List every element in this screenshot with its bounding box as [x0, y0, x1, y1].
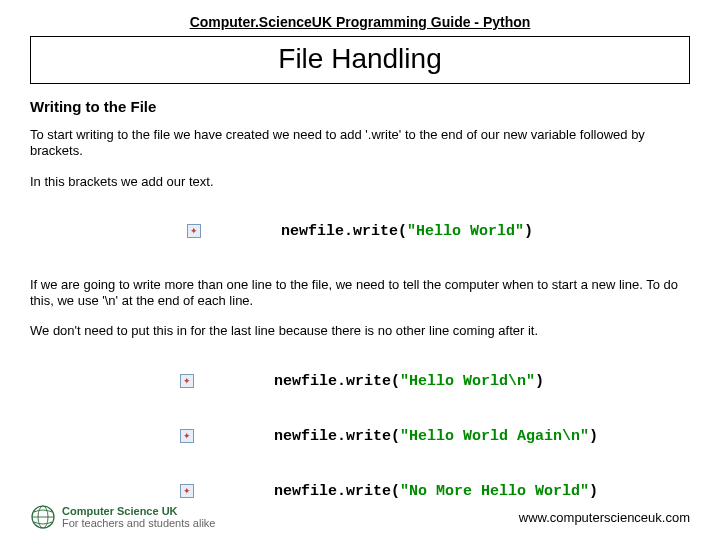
page-footer: Computer Science UK For teachers and stu…: [30, 504, 690, 530]
page-title: File Handling: [30, 36, 690, 84]
code-line: ✦ newfile.write("Hello World\n"): [180, 356, 544, 407]
code-punct: (: [391, 373, 400, 390]
code-string: "Hello World Again\n": [400, 428, 589, 445]
code-string: "Hello World\n": [400, 373, 535, 390]
paragraph-4: We don't need to put this in for the las…: [30, 323, 690, 339]
paragraph-1: To start writing to the file we have cre…: [30, 127, 690, 160]
code-ident: newfile: [281, 223, 344, 240]
code-method: write: [346, 428, 391, 445]
code-string: "No More Hello World": [400, 483, 589, 500]
code-ident: newfile: [274, 373, 337, 390]
code-punct: ): [535, 373, 544, 390]
code-punct: .: [337, 483, 346, 500]
footer-logo: Computer Science UK For teachers and stu…: [30, 504, 215, 530]
code-punct: ): [589, 428, 598, 445]
code-punct: .: [337, 428, 346, 445]
breakpoint-icon: ✦: [180, 484, 194, 498]
globe-icon: [30, 504, 56, 530]
code-punct: (: [391, 428, 400, 445]
paragraph-3: If we are going to write more than one l…: [30, 277, 690, 310]
code-method: write: [346, 483, 391, 500]
page-header: Computer.ScienceUK Programming Guide - P…: [30, 14, 690, 30]
footer-logo-subtitle: For teachers and students alike: [62, 517, 215, 529]
code-punct: (: [391, 483, 400, 500]
footer-logo-text: Computer Science UK For teachers and stu…: [62, 505, 215, 529]
code-punct: .: [344, 223, 353, 240]
code-method: write: [346, 373, 391, 390]
code-punct: ): [524, 223, 533, 240]
breakpoint-icon: ✦: [180, 374, 194, 388]
breakpoint-icon: ✦: [180, 429, 194, 443]
code-example-1: ✦ newfile.write("Hello World"): [30, 204, 690, 259]
footer-logo-title: Computer Science UK: [62, 505, 215, 517]
code-punct: (: [398, 223, 407, 240]
code-example-2: ✦ newfile.write("Hello World\n") ✦ newfi…: [30, 354, 690, 519]
code-string: "Hello World": [407, 223, 524, 240]
code-method: write: [353, 223, 398, 240]
footer-url: www.computerscienceuk.com: [519, 510, 690, 525]
section-heading: Writing to the File: [30, 98, 690, 115]
code-line: ✦ newfile.write("Hello World"): [187, 206, 533, 257]
code-punct: .: [337, 373, 346, 390]
code-punct: ): [589, 483, 598, 500]
code-line: ✦ newfile.write("Hello World Again\n"): [180, 411, 598, 462]
code-ident: newfile: [274, 483, 337, 500]
breakpoint-icon: ✦: [187, 224, 201, 238]
code-ident: newfile: [274, 428, 337, 445]
paragraph-2: In this brackets we add our text.: [30, 174, 690, 190]
